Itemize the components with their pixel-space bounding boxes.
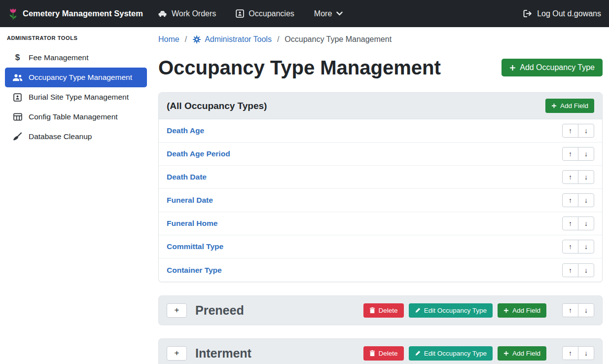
- flower-logo-icon: [8, 7, 18, 20]
- field-link[interactable]: Death Age: [167, 126, 204, 135]
- edit-occupancy-type-button[interactable]: Edit Occupancy Type: [409, 346, 493, 361]
- field-link[interactable]: Funeral Home: [167, 219, 217, 228]
- nav-more-label: More: [314, 9, 332, 18]
- field-row: Committal Type ↑ ↓: [159, 235, 602, 258]
- breadcrumb-separator: /: [185, 35, 187, 44]
- chevron-down-icon: [336, 11, 343, 16]
- delete-label: Delete: [379, 350, 398, 357]
- sidebar-item-config-table-management[interactable]: Config Table Management: [5, 107, 147, 127]
- move-down-button[interactable]: ↓: [578, 346, 594, 360]
- plus-icon: [509, 65, 516, 71]
- delete-button[interactable]: Delete: [363, 346, 404, 361]
- sidebar-item-label: Occupancy Type Management: [29, 73, 132, 82]
- all-occupancy-types-card: (All Occupancy Types) Add Field Death Ag…: [158, 92, 603, 282]
- move-up-button[interactable]: ↑: [562, 217, 578, 230]
- nav-work-orders-label: Work Orders: [172, 9, 216, 18]
- add-occupancy-type-button[interactable]: Add Occupancy Type: [502, 59, 603, 76]
- all-occupancy-types-header: (All Occupancy Types) Add Field: [159, 93, 602, 119]
- edit-occupancy-type-button[interactable]: Edit Occupancy Type: [409, 303, 493, 318]
- reorder-group: ↑ ↓: [562, 193, 594, 207]
- add-field-label: Add Field: [512, 350, 540, 357]
- section-title: Preneed: [195, 303, 244, 318]
- field-link[interactable]: Death Age Period: [167, 149, 230, 158]
- move-down-button[interactable]: ↓: [578, 303, 594, 317]
- field-row: Death Age Period ↑ ↓: [159, 143, 602, 166]
- expand-button[interactable]: +: [167, 303, 187, 318]
- move-down-button[interactable]: ↓: [578, 263, 594, 277]
- delete-button[interactable]: Delete: [363, 303, 404, 318]
- move-up-button[interactable]: ↑: [562, 346, 578, 360]
- field-row: Death Age ↑ ↓: [159, 119, 602, 143]
- sidebar-item-label: Burial Site Type Management: [29, 93, 129, 102]
- burial-site-icon: [11, 93, 24, 102]
- field-link[interactable]: Funeral Date: [167, 196, 213, 205]
- trash-icon: [369, 350, 375, 357]
- move-up-button[interactable]: ↑: [562, 124, 578, 138]
- plus-icon: [551, 103, 557, 109]
- person-plot-icon: [236, 9, 244, 18]
- nav-more[interactable]: More: [314, 9, 343, 18]
- move-up-button[interactable]: ↑: [562, 170, 578, 184]
- page-title: Occupancy Type Management: [158, 57, 441, 79]
- move-down-button[interactable]: ↓: [578, 217, 594, 230]
- pencil-icon: [415, 350, 421, 356]
- sidebar-item-fee-management[interactable]: $ Fee Management: [5, 48, 147, 68]
- edit-occupancy-type-label: Edit Occupancy Type: [424, 350, 487, 357]
- breadcrumb-current: Occupancy Type Management: [285, 35, 392, 44]
- reorder-group: ↑ ↓: [562, 217, 594, 230]
- section-title: Interment: [195, 346, 251, 361]
- sidebar-item-label: Database Cleanup: [29, 132, 92, 141]
- add-occupancy-type-label: Add Occupancy Type: [520, 63, 595, 72]
- move-up-button[interactable]: ↑: [562, 263, 578, 277]
- gear-icon: [192, 35, 201, 44]
- section-bar-interment: + Interment Delete Edit Occupancy Type: [158, 338, 603, 364]
- pencil-icon: [415, 307, 421, 313]
- move-down-button[interactable]: ↓: [578, 170, 594, 184]
- reorder-group: ↑ ↓: [562, 240, 594, 254]
- reorder-group: ↑ ↓: [562, 346, 594, 360]
- move-up-button[interactable]: ↑: [562, 147, 578, 161]
- sidebar-item-label: Config Table Management: [29, 112, 118, 121]
- sidebar-item-label: Fee Management: [29, 53, 89, 62]
- field-link[interactable]: Committal Type: [167, 242, 223, 251]
- add-field-button[interactable]: Add Field: [545, 99, 594, 113]
- nav-occupancies-label: Occupancies: [249, 9, 294, 18]
- nav-work-orders[interactable]: Work Orders: [158, 9, 216, 18]
- sidebar-item-occupancy-type-management[interactable]: Occupancy Type Management: [5, 68, 147, 87]
- section-actions: Delete Edit Occupancy Type Add Field ↑ ↓: [363, 303, 594, 318]
- reorder-group: ↑ ↓: [562, 263, 594, 277]
- breadcrumb-home-link[interactable]: Home: [158, 35, 179, 44]
- sidebar-item-database-cleanup[interactable]: Database Cleanup: [5, 127, 147, 146]
- expand-button[interactable]: +: [167, 346, 187, 361]
- move-down-button[interactable]: ↓: [578, 147, 594, 161]
- delete-label: Delete: [379, 307, 398, 314]
- field-row: Funeral Home ↑ ↓: [159, 212, 602, 235]
- move-up-button[interactable]: ↑: [562, 240, 578, 254]
- sidebar-item-burial-site-type-management[interactable]: Burial Site Type Management: [5, 87, 147, 107]
- move-up-button[interactable]: ↑: [562, 193, 578, 207]
- plus-icon: [503, 308, 509, 313]
- move-down-button[interactable]: ↓: [578, 124, 594, 138]
- reorder-group: ↑ ↓: [562, 124, 594, 138]
- edit-occupancy-type-label: Edit Occupancy Type: [424, 307, 487, 314]
- app-brand[interactable]: Cemetery Management System: [8, 7, 143, 20]
- move-down-button[interactable]: ↓: [578, 193, 594, 207]
- breadcrumb-admin-tools-label: Administrator Tools: [205, 35, 272, 44]
- sidebar-heading: Administrator Tools: [0, 33, 152, 48]
- add-field-button[interactable]: Add Field: [498, 303, 546, 318]
- move-down-button[interactable]: ↓: [578, 240, 594, 254]
- trash-icon: [369, 307, 375, 314]
- field-link[interactable]: Death Date: [167, 173, 207, 182]
- breadcrumb: Home / Administrator Tools / Occupancy T…: [158, 35, 603, 44]
- breadcrumb-admin-tools-link[interactable]: Administrator Tools: [192, 35, 272, 44]
- logout-link[interactable]: Log Out d.gowans: [523, 9, 601, 18]
- move-up-button[interactable]: ↑: [562, 303, 578, 317]
- title-row: Occupancy Type Management Add Occupancy …: [158, 54, 603, 81]
- nav-occupancies[interactable]: Occupancies: [236, 9, 294, 18]
- add-field-button[interactable]: Add Field: [498, 346, 546, 361]
- field-row: Container Type ↑ ↓: [159, 258, 602, 282]
- top-navbar: Cemetery Management System Work Orders O…: [0, 0, 609, 27]
- plus-icon: [503, 351, 509, 356]
- main-nav: Work Orders Occupancies More: [158, 9, 343, 18]
- field-link[interactable]: Container Type: [167, 266, 222, 275]
